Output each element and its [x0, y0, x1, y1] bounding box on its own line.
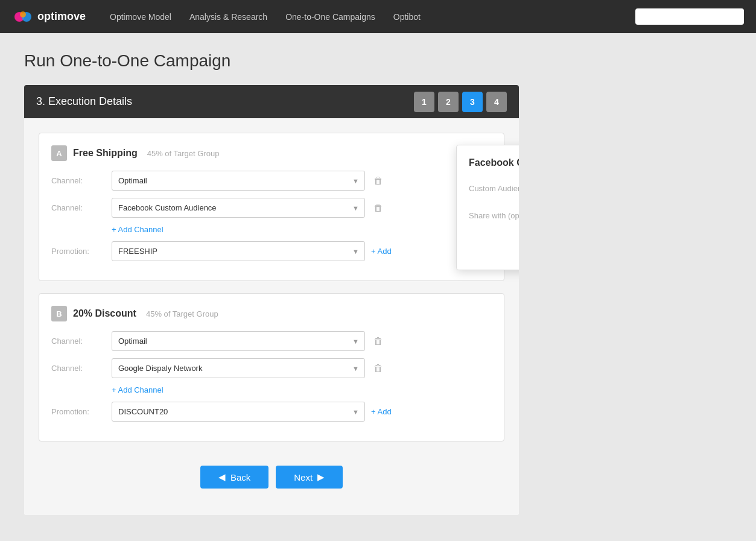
fb-options-popup: Facebook Custom Audience Options Custom … — [456, 145, 519, 270]
svg-point-2 — [20, 11, 26, 17]
add-promotion-a-button[interactable]: + Add — [371, 247, 392, 256]
nav-analysis-research[interactable]: Analysis & Research — [189, 12, 267, 22]
wizard-title: 3. Execution Details — [36, 95, 132, 108]
add-channel-b-button[interactable]: + Add Channel — [112, 385, 164, 394]
section-b-badge: B — [51, 306, 67, 321]
promotion-a-select-wrap: FREESHIP DISCOUNT10 DISCOUNT20 ▼ — [112, 241, 365, 261]
channel-b1-select[interactable]: Optimail Facebook Custom Audience Google… — [112, 331, 365, 351]
section-a-sub: 45% of Target Group — [147, 149, 220, 158]
channel-label-b1: Channel: — [51, 337, 106, 346]
section-a-header: A Free Shipping 45% of Target Group — [51, 145, 492, 161]
channel-b1-select-wrap: Optimail Facebook Custom Audience Google… — [112, 331, 365, 351]
delete-channel-a2-button[interactable]: 🗑 — [371, 200, 386, 216]
promotion-a-select[interactable]: FREESHIP DISCOUNT10 DISCOUNT20 — [112, 241, 365, 261]
section-b: B 20% Discount 45% of Target Group Chann… — [39, 293, 504, 441]
nav-optibot[interactable]: Optibot — [393, 12, 421, 22]
channel-a2-select-wrap: Optimail Facebook Custom Audience Google… — [112, 198, 365, 218]
delete-channel-a1-button[interactable]: 🗑 — [371, 173, 386, 189]
section-b-channel-2-row: Channel: Optimail Facebook Custom Audien… — [51, 358, 492, 378]
section-a-channel-1-row: Channel: Optimail Facebook Custom Audien… — [51, 171, 492, 191]
promotion-label-a: Promotion: — [51, 247, 106, 256]
section-b-name: 20% Discount — [73, 308, 136, 319]
wizard-card: 3. Execution Details 1 2 3 4 A Free Ship… — [24, 85, 519, 515]
page-content: Run One-to-One Campaign 3. Execution Det… — [0, 33, 756, 533]
add-channel-a-button[interactable]: + Add Channel — [112, 225, 164, 234]
channel-b2-select-wrap: Optimail Facebook Custom Audience Google… — [112, 358, 365, 378]
step-indicators: 1 2 3 4 — [414, 92, 507, 112]
step-2[interactable]: 2 — [438, 92, 459, 112]
logo: optimove — [12, 6, 86, 28]
fb-custom-audience-label: Custom Audience: — [469, 184, 519, 193]
step-3[interactable]: 3 — [462, 92, 483, 112]
search-input[interactable] — [635, 8, 744, 25]
section-b-promotion-row: Promotion: FREESHIP DISCOUNT10 DISCOUNT2… — [51, 402, 492, 422]
channel-a1-select-wrap: Optimail Facebook Custom Audience Google… — [112, 171, 365, 191]
wizard-footer: ◀ Back Next ▶ — [39, 454, 504, 501]
nav-optimove-model[interactable]: Optimove Model — [110, 12, 171, 22]
fb-custom-audience-row: Custom Audience: Free_Shipping_List Disc… — [469, 179, 519, 198]
nav-one-to-one[interactable]: One-to-One Campaigns — [285, 12, 375, 22]
next-button[interactable]: Next ▶ — [276, 466, 343, 489]
logo-icon — [12, 6, 34, 28]
fb-share-row: Share with (optional): Select options Fr… — [469, 206, 519, 225]
next-arrow-icon: ▶ — [317, 472, 325, 482]
step-1[interactable]: 1 — [414, 92, 434, 112]
delete-channel-b2-button[interactable]: 🗑 — [371, 361, 386, 376]
delete-channel-b1-button[interactable]: 🗑 — [371, 334, 386, 349]
channel-b2-select[interactable]: Optimail Facebook Custom Audience Google… — [112, 358, 365, 378]
promotion-b-select-wrap: FREESHIP DISCOUNT10 DISCOUNT20 ▼ — [112, 402, 365, 422]
logo-text: optimove — [37, 10, 86, 23]
nav-links: Optimove Model Analysis & Research One-t… — [110, 12, 611, 22]
back-arrow-icon: ◀ — [218, 472, 226, 482]
fb-options-title: Facebook Custom Audience Options — [469, 157, 519, 168]
page-title: Run One-to-One Campaign — [24, 51, 732, 71]
step-4[interactable]: 4 — [486, 92, 507, 112]
channel-label-a2: Channel: — [51, 203, 106, 212]
section-a-name: Free Shipping — [73, 148, 138, 159]
section-a: A Free Shipping 45% of Target Group Chan… — [39, 133, 504, 281]
promotion-b-select[interactable]: FREESHIP DISCOUNT10 DISCOUNT20 — [112, 402, 365, 422]
back-label: Back — [230, 472, 250, 482]
wizard-body-inner: A Free Shipping 45% of Target Group Chan… — [39, 133, 504, 441]
next-label: Next — [294, 472, 313, 482]
section-b-header: B 20% Discount 45% of Target Group — [51, 306, 492, 321]
section-a-channel-2-row: Channel: Optimail Facebook Custom Audien… — [51, 198, 492, 218]
fb-share-label: Share with (optional): — [469, 211, 519, 220]
channel-label-a1: Channel: — [51, 176, 106, 185]
channel-a2-select[interactable]: Optimail Facebook Custom Audience Google… — [112, 198, 365, 218]
section-b-channel-1-row: Channel: Optimail Facebook Custom Audien… — [51, 331, 492, 351]
navbar: optimove Optimove Model Analysis & Resea… — [0, 0, 756, 33]
promotion-label-b: Promotion: — [51, 407, 106, 416]
wizard-body: A Free Shipping 45% of Target Group Chan… — [24, 118, 519, 515]
back-button[interactable]: ◀ Back — [200, 466, 268, 489]
channel-label-b2: Channel: — [51, 364, 106, 373]
wizard-header: 3. Execution Details 1 2 3 4 — [24, 85, 519, 118]
channel-a1-select[interactable]: Optimail Facebook Custom Audience Google… — [112, 171, 365, 191]
add-promotion-b-button[interactable]: + Add — [371, 407, 392, 416]
section-a-badge: A — [51, 145, 67, 161]
section-a-promotion-row: Promotion: FREESHIP DISCOUNT10 DISCOUNT2… — [51, 241, 492, 261]
section-b-sub: 45% of Target Group — [146, 309, 218, 318]
